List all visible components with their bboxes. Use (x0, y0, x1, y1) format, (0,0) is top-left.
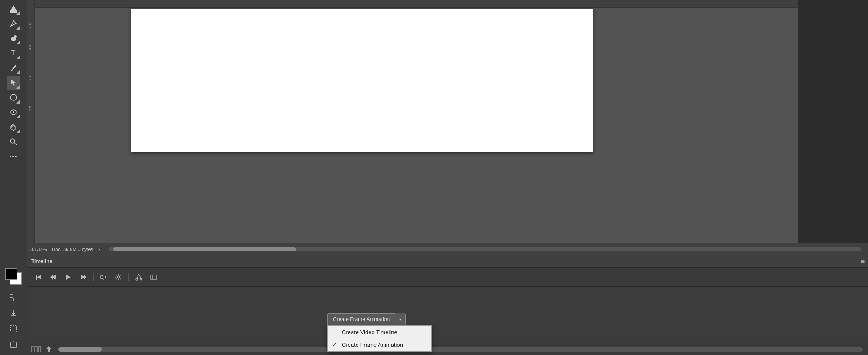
rotate-tool[interactable] (7, 105, 20, 119)
svg-marker-29 (50, 275, 53, 280)
svg-text:4 0: 4 0 (28, 106, 32, 111)
timeline-scrollbar[interactable] (58, 347, 863, 352)
svg-rect-11 (14, 298, 17, 301)
ruler-left: 2 5 3 0 3 5 4 0 (27, 0, 35, 243)
canvas-scrollbar-thumb[interactable] (113, 247, 296, 251)
dropdown-arrow-button[interactable]: ▾ (395, 313, 405, 325)
convert-tool[interactable] (7, 291, 20, 305)
settings-button[interactable] (112, 271, 125, 283)
timeline-bottom-bar (27, 343, 868, 355)
pencil-tool[interactable] (7, 61, 20, 75)
color-swatch-area (5, 268, 22, 285)
fill-tool[interactable] (7, 2, 20, 16)
svg-point-35 (136, 278, 138, 280)
svg-line-38 (139, 274, 141, 278)
svg-rect-13 (11, 342, 16, 347)
svg-text:2 5: 2 5 (28, 23, 32, 28)
timeline-frames-icon[interactable] (30, 345, 42, 354)
timeline-header: Timeline ≡ (27, 255, 868, 268)
svg-marker-0 (10, 5, 17, 11)
play-button[interactable] (62, 271, 75, 283)
timeline-content: Create Frame Animation ▾ Create Video Ti… (27, 287, 868, 343)
svg-line-9 (14, 143, 17, 145)
canvas-document (131, 9, 593, 152)
doc-info: Doc: 36.5M/0 bytes (52, 247, 93, 252)
svg-text:3 0: 3 0 (28, 45, 32, 50)
type-tool[interactable]: T (7, 46, 20, 60)
toolbar-separator-1 (93, 273, 94, 281)
blob-brush-tool[interactable] (7, 31, 20, 45)
timeline-toolbar (27, 268, 868, 287)
status-bar: 33.33% Doc: 36.5M/0 bytes › (27, 243, 868, 255)
cut-button[interactable] (132, 271, 145, 283)
svg-rect-26 (36, 275, 37, 280)
canvas-area: 2 5 3 0 3 5 4 0 (27, 0, 868, 243)
animation-type-label: Create Frame Animation (328, 316, 395, 322)
timeline-share-icon[interactable] (44, 345, 55, 354)
canvas-dark-right (798, 0, 868, 243)
status-arrow[interactable]: › (98, 247, 100, 252)
svg-point-5 (10, 94, 17, 100)
zoom-tool[interactable] (7, 135, 20, 149)
trim-button[interactable] (147, 271, 160, 283)
go-to-first-frame-button[interactable] (32, 271, 45, 283)
selection-rect-tool[interactable] (7, 322, 20, 336)
svg-rect-39 (151, 275, 157, 279)
svg-rect-10 (10, 294, 13, 297)
export-tool[interactable] (7, 306, 20, 320)
ruler-top (27, 0, 868, 8)
svg-marker-30 (66, 275, 71, 280)
svg-point-4 (14, 35, 17, 38)
create-video-timeline-option[interactable]: Create Video Timeline (328, 326, 431, 338)
selection-tool[interactable] (7, 76, 20, 90)
ellipse-tool[interactable] (7, 90, 20, 104)
timeline-menu-icon[interactable]: ≡ (861, 258, 865, 265)
svg-line-37 (137, 274, 139, 278)
svg-marker-32 (84, 275, 86, 280)
artboard-tool[interactable] (7, 338, 20, 352)
svg-rect-20 (27, 0, 35, 243)
animation-type-dropdown-container: Create Frame Animation ▾ Create Video Ti… (327, 313, 406, 325)
animation-type-menu: Create Video Timeline Create Frame Anima… (327, 325, 432, 352)
svg-text:3 5: 3 5 (28, 75, 32, 80)
canvas-scrollbar[interactable] (109, 247, 861, 251)
svg-rect-42 (35, 347, 37, 352)
svg-point-36 (140, 278, 142, 280)
svg-rect-12 (10, 326, 17, 332)
animation-type-dropdown[interactable]: Create Frame Animation ▾ (327, 313, 406, 325)
svg-point-34 (117, 276, 120, 278)
hand-tool[interactable] (7, 120, 20, 134)
svg-rect-18 (27, 0, 868, 8)
pen-tool[interactable] (7, 17, 20, 30)
svg-point-2 (13, 20, 14, 22)
svg-rect-41 (31, 347, 34, 352)
audio-button[interactable] (97, 271, 110, 283)
foreground-color-swatch[interactable] (5, 268, 17, 280)
prev-frame-button[interactable] (47, 271, 60, 283)
next-frame-button[interactable] (77, 271, 90, 283)
svg-rect-43 (38, 347, 41, 352)
timeline-scrollbar-thumb[interactable] (58, 347, 102, 352)
more-tools[interactable]: ••• (7, 150, 20, 164)
svg-marker-33 (101, 275, 104, 280)
main-area: 2 5 3 0 3 5 4 0 33.33% Doc: 36.5M/0 byte… (27, 0, 868, 355)
timeline-title: Timeline (31, 258, 52, 265)
svg-point-7 (13, 111, 14, 113)
zoom-level: 33.33% (30, 247, 47, 252)
left-toolbar: T ••• (0, 0, 27, 355)
toolbar-separator-2 (128, 273, 129, 281)
svg-point-8 (10, 139, 15, 143)
timeline-panel: Timeline ≡ (27, 255, 868, 355)
create-frame-animation-option[interactable]: Create Frame Animation (328, 338, 431, 351)
svg-marker-27 (37, 275, 41, 280)
